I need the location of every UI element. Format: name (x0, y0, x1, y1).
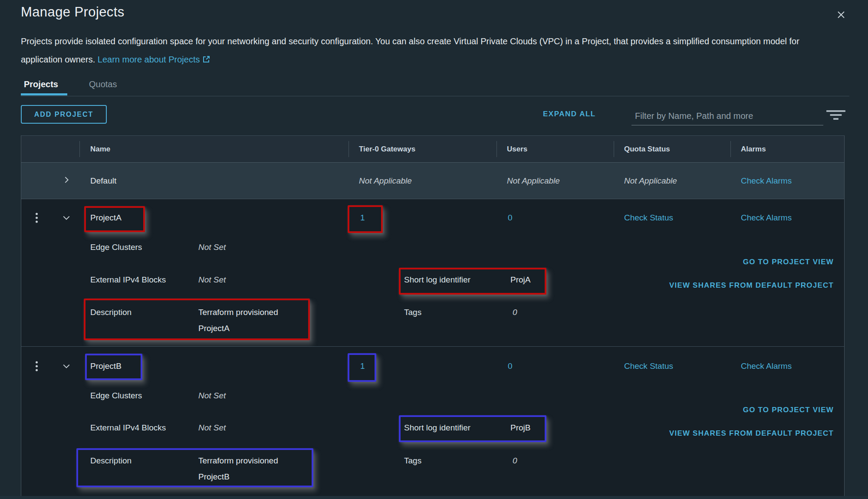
view-shares-link[interactable]: VIEW SHARES FROM DEFAULT PROJECT (669, 281, 834, 290)
external-ipv4-value: Not Set (198, 275, 226, 285)
tags-label: Tags (404, 456, 421, 466)
active-tab-underline (21, 93, 67, 95)
tags-value: 0 (513, 308, 517, 317)
table-header-row: Name Tier-0 Gateways Users Quota Status … (21, 136, 844, 163)
annotation-box-projectA-tier0 (348, 205, 383, 233)
check-alarms-link[interactable]: Check Alarms (741, 361, 792, 371)
tags-value: 0 (513, 456, 517, 466)
filter-input[interactable] (631, 108, 823, 125)
header-quota-status: Quota Status (614, 136, 730, 162)
projects-table: Name Tier-0 Gateways Users Quota Status … (21, 135, 845, 498)
tab-quotas[interactable]: Quotas (89, 79, 117, 89)
default-name: Default (79, 176, 349, 186)
external-link-icon (202, 51, 210, 69)
header-users: Users (496, 136, 614, 162)
header-alarms: Alarms (730, 136, 844, 162)
expand-all-button[interactable]: EXPAND ALL (543, 110, 596, 118)
users-count-link[interactable]: 0 (508, 361, 513, 371)
default-tier0: Not Applicable (349, 176, 496, 186)
default-quota-status: Not Applicable (614, 176, 730, 186)
default-users: Not Applicable (496, 176, 614, 186)
annotation-box-projectA-name (84, 206, 145, 232)
table-row-projectB: ProjectB 1 0 Check Status Check Alarms E… (21, 347, 844, 498)
external-ipv4-label: External IPv4 Blocks (90, 275, 166, 285)
edge-clusters-label: Edge Clusters (90, 243, 142, 252)
annotation-box-projectA-shortlog (399, 268, 546, 295)
tags-label: Tags (404, 308, 421, 317)
check-alarms-link[interactable]: Check Alarms (741, 213, 792, 223)
learn-more-link[interactable]: Learn more about Projects (98, 55, 200, 64)
tab-projects[interactable]: Projects (24, 79, 58, 89)
close-icon[interactable] (833, 7, 849, 23)
annotation-box-projectA-description (84, 299, 310, 340)
edge-clusters-label: Edge Clusters (90, 391, 142, 401)
collapse-chevron-down-icon[interactable] (62, 214, 70, 222)
header-name: Name (79, 136, 349, 162)
kebab-menu-icon[interactable] (33, 360, 39, 373)
edge-clusters-value: Not Set (198, 243, 226, 252)
external-ipv4-value: Not Set (198, 423, 226, 433)
annotation-box-projectB-name (85, 354, 142, 380)
expand-chevron-right-icon[interactable] (21, 176, 79, 186)
annotation-box-projectB-tier0 (348, 353, 376, 382)
add-project-button[interactable]: ADD PROJECT (21, 105, 107, 124)
annotation-box-projectB-shortlog (399, 415, 546, 442)
tabs-divider (21, 96, 849, 96)
users-count-link[interactable]: 0 (508, 213, 513, 223)
go-to-project-view-link[interactable]: GO TO PROJECT VIEW (743, 406, 834, 414)
kebab-menu-icon[interactable] (33, 211, 39, 225)
dialog-description: Projects provide isolated configuration … (21, 32, 822, 69)
filter-icon[interactable] (826, 110, 846, 121)
default-check-alarms-link[interactable]: Check Alarms (730, 176, 844, 186)
table-row-projectA: ProjectA 1 0 Check Status Check Alarms E… (21, 199, 844, 347)
go-to-project-view-link[interactable]: GO TO PROJECT VIEW (743, 258, 834, 266)
check-status-link[interactable]: Check Status (624, 213, 673, 223)
annotation-box-projectB-description (76, 448, 313, 487)
header-expander-column (21, 136, 79, 162)
collapse-chevron-down-icon[interactable] (62, 362, 70, 370)
view-shares-link[interactable]: VIEW SHARES FROM DEFAULT PROJECT (669, 429, 834, 438)
check-status-link[interactable]: Check Status (624, 361, 673, 371)
external-ipv4-label: External IPv4 Blocks (90, 423, 166, 433)
header-tier0-gateways: Tier-0 Gateways (349, 136, 496, 162)
page-title: Manage Projects (21, 4, 125, 20)
edge-clusters-value: Not Set (198, 391, 226, 401)
table-row-default: Default Not Applicable Not Applicable No… (21, 163, 844, 199)
manage-projects-dialog: Manage Projects Projects provide isolate… (0, 0, 868, 499)
table-bottom-strip (0, 496, 868, 499)
